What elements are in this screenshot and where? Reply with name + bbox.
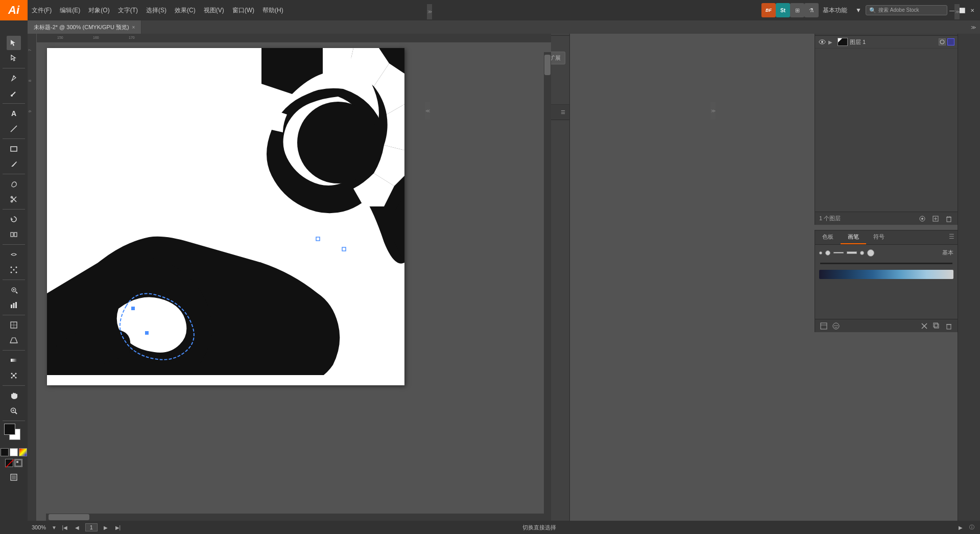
brush-dash-2[interactable] [847,251,857,254]
menu-window[interactable]: 窗口(W) [228,0,258,20]
brush-dash-1[interactable] [833,252,844,253]
menu-view[interactable]: 视图(V) [200,0,228,20]
workspace-arrow[interactable]: ▼ [851,0,866,20]
close-btn[interactable]: ✕ [968,6,977,15]
symbol-sprayer-tool[interactable] [7,283,21,297]
blob-brush-tool[interactable] [7,177,21,191]
brush-face-btn[interactable] [831,321,841,331]
brush-delete-btn[interactable] [920,321,929,331]
brush-duplicate-btn[interactable] [932,321,941,331]
canvas-vscroll-thumb[interactable] [544,55,551,75]
tab-close-btn[interactable]: × [132,25,135,30]
svg-rect-20 [13,303,15,308]
menu-object[interactable]: 对象(O) [84,0,113,20]
menu-select[interactable]: 选择(S) [142,0,171,20]
layer-lock-btn[interactable] [939,38,946,45]
change-screen-mode-btn[interactable] [7,470,21,484]
eyedropper-tool[interactable] [7,86,21,101]
canvas-horizontal-scrollbar[interactable] [46,514,551,521]
zoom-tool[interactable] [7,404,21,418]
search-placeholder: 搜索 Adobe Stock [878,7,919,14]
page-last-btn[interactable]: ▶| [114,523,122,531]
color-swatches[interactable] [4,424,23,443]
brush-trash-btn[interactable] [944,321,953,331]
brush-dot-4[interactable] [867,249,874,257]
workspace-label[interactable]: 基本功能 [819,0,851,20]
page-next-btn[interactable]: ▶ [102,523,110,531]
menu-edit[interactable]: 编辑(E) [56,0,84,20]
menu-help[interactable]: 帮助(H) [258,0,288,20]
layer-target-btn[interactable] [947,38,954,45]
menu-file[interactable]: 文件(F) [28,0,56,20]
reflect-tool[interactable] [7,227,21,242]
brush-line-preview [815,261,958,268]
svg-point-12 [11,267,12,268]
zoom-dropdown-btn[interactable]: ▼ [52,525,57,530]
layer-locate-btn[interactable] [918,214,927,223]
rectangle-tool[interactable] [7,142,21,156]
mesh-tool[interactable] [7,368,21,383]
stroke-indicator[interactable] [10,448,18,456]
layer-visibility-btn[interactable] [818,38,826,46]
panel-collapse-arrow-left[interactable]: ≪ [425,102,430,120]
line-tool[interactable] [7,122,21,136]
tab-expand-btn[interactable]: ≫ [967,25,980,30]
profile-icon-btn[interactable]: BF [761,3,776,17]
gradient-indicator[interactable] [19,448,27,456]
page-first-btn[interactable]: |◀ [61,523,69,531]
canvas-vertical-scrollbar[interactable] [544,52,551,521]
brush-panel-menu-btn[interactable]: ☰ [946,230,958,244]
stock-search[interactable]: 🔍 搜索 Adobe Stock [866,5,947,15]
scissors-tool[interactable] [7,192,21,206]
panel-top-expand-right[interactable]: ≫ [954,4,960,19]
foreground-color-swatch[interactable] [4,424,15,435]
type-tool[interactable]: A [7,106,21,121]
tab-swatches[interactable]: 色板 [815,230,841,244]
menu-text[interactable]: 文字(T) [114,0,142,20]
workspace-btn[interactable]: ⊞ [790,3,804,17]
hand-tool[interactable] [7,388,21,403]
brush-panel: 色板 画笔 符号 ☰ 基本 [815,230,958,332]
stock-icon-btn[interactable]: St [776,3,790,17]
fill-indicator[interactable] [1,448,9,456]
libraries-tab[interactable]: 库 [963,34,975,40]
brush-dot-2[interactable] [825,250,830,256]
tab-symbols[interactable]: 符号 [866,230,892,244]
delete-layer-btn[interactable] [944,214,953,223]
toolbar-separator-5 [3,209,25,210]
canvas-hscroll-thumb[interactable] [49,514,89,520]
selection-tool[interactable] [7,36,21,50]
brush-icon-btn[interactable]: ⚗ [804,3,819,17]
free-transform-tool[interactable] [7,263,21,277]
perspective-tool[interactable] [7,333,21,347]
warp-tool[interactable] [7,247,21,262]
layer-expand-btn[interactable]: ▶ [828,39,835,45]
bottom-info-btn[interactable]: ⓘ [968,523,976,531]
bottom-right-btn[interactable]: ▶ [957,523,965,531]
pen-tool[interactable] [7,71,21,85]
page-number-input[interactable] [85,523,98,531]
svg-point-13 [16,267,17,268]
document-tab[interactable]: 未标题-2* @ 300% (CMYK/GPU 预览) × [28,20,141,34]
rotate-tool[interactable] [7,212,21,226]
column-graph-tool[interactable] [7,298,21,312]
brush-dot-3[interactable] [860,251,864,255]
new-layer-btn[interactable] [931,214,940,223]
brush-dot-1[interactable] [819,251,822,254]
gradient-menu-icon[interactable]: ☰ [561,109,565,115]
artboard-tool[interactable] [7,318,21,332]
pencil-tool[interactable] [7,157,21,171]
direct-select-tool[interactable] [7,51,21,65]
brush-library-btn[interactable] [819,321,828,331]
screen-mode-btn[interactable] [14,459,22,467]
menu-effect[interactable]: 效果(C) [171,0,200,20]
panel-collapse-arrow-right[interactable]: ≫ [710,102,715,120]
tab-brushes[interactable]: 画笔 [841,230,866,244]
layer-item-1[interactable]: ▶ 图层 1 [815,36,958,49]
none-indicator[interactable] [5,459,13,467]
right-side-tabs: 属 库 [958,20,980,534]
svg-line-38 [6,459,14,468]
panel-top-expand[interactable]: ≫ [427,4,432,19]
gradient-tool[interactable] [7,353,21,367]
page-prev-btn[interactable]: ◀ [73,523,81,531]
